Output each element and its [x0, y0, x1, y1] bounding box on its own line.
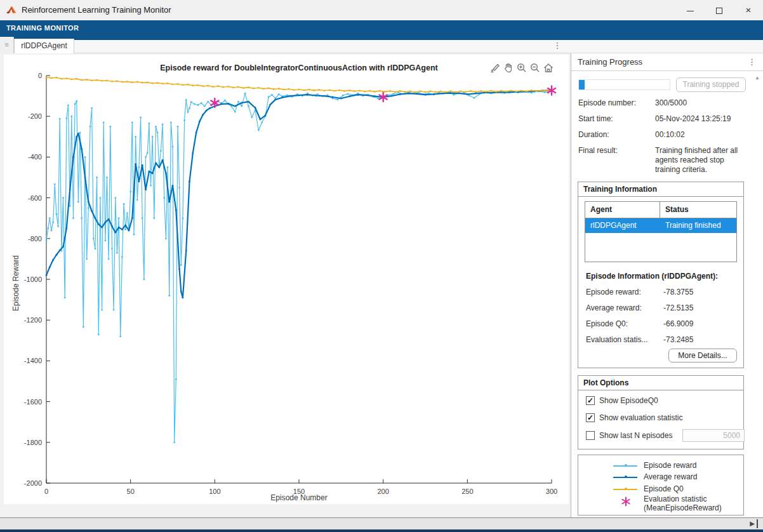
show-evaluation-statistic-label: Show evaluation statistic: [599, 413, 682, 422]
ribbon: TRAINING MONITOR: [0, 20, 763, 37]
plot-options-title: Plot Options: [578, 376, 743, 390]
start-time-value: 05-Nov-2024 13:25:19: [655, 114, 749, 124]
document-tabstrip: ≡ rlDDPGAgent ⋮: [0, 37, 763, 53]
tabstrip-accent: [0, 37, 763, 40]
show-episodeq0-label: Show EpisodeQ0: [599, 396, 658, 405]
legend-entry-episode-reward[interactable]: Episode reward: [578, 460, 743, 472]
svg-text:-2000: -2000: [24, 479, 42, 487]
duration-label: Duration:: [578, 130, 653, 139]
minimize-button[interactable]: [675, 0, 705, 20]
tabstrip-kebab-icon[interactable]: ⋮: [550, 39, 565, 53]
training-figure: 0501001502002503000-200-400-600-800-1000…: [4, 55, 569, 504]
zoom-out-icon[interactable]: [529, 62, 541, 74]
plot-title: Episode reward for DoubleIntegratorConti…: [46, 63, 552, 72]
progress-fill: [579, 80, 585, 90]
svg-text:-200: -200: [28, 112, 42, 120]
agent-status-table: Agent Status rlDDPGAgent Training finish…: [585, 201, 737, 262]
scroll-up-icon[interactable]: ▲: [753, 75, 762, 83]
x-axis-label: Episode Number: [46, 493, 552, 502]
training-information-group: Training Information Agent Status rlDDPG…: [578, 182, 744, 368]
close-button[interactable]: ×: [734, 0, 763, 20]
svg-text:-1600: -1600: [24, 398, 42, 406]
training-plot[interactable]: 0501001502002503000-200-400-600-800-1000…: [4, 55, 569, 503]
export-icon[interactable]: [489, 62, 501, 74]
window-title: Reinforcement Learning Training Monitor: [22, 5, 171, 15]
window-bottom-edge: [0, 529, 763, 532]
table-row[interactable]: rlDDPGAgent Training finished: [585, 218, 736, 233]
evaluation-statistic-label: Evaluation statis...: [586, 335, 661, 344]
episode-reward-dot-icon: [625, 464, 627, 467]
legend-entry-episode-q0[interactable]: Episode Q0: [578, 484, 743, 495]
final-result-label: Final result:: [578, 146, 653, 155]
episode-number-value: 300/5000: [655, 98, 749, 108]
legend-box: Episode reward Average reward Episode Q0: [578, 455, 744, 515]
agent-column-header[interactable]: Agent: [585, 202, 660, 218]
agent-cell: rlDDPGAgent: [585, 218, 660, 233]
show-last-n-episodes-checkbox[interactable]: [586, 431, 595, 440]
title-bar: Reinforcement Learning Training Monitor …: [0, 0, 763, 20]
status-bar: ▶: [0, 517, 763, 529]
legend-entry-average-reward[interactable]: Average reward: [578, 472, 743, 483]
evaluation-statistic-value: -73.2485: [663, 335, 693, 344]
main-content: 0501001502002503000-200-400-600-800-1000…: [0, 53, 763, 517]
episode-number-label: Episode number:: [578, 98, 653, 107]
episode-reward-value: -78.3755: [663, 288, 693, 296]
panel-title: Training Progress: [578, 57, 642, 67]
svg-text:-1200: -1200: [24, 316, 42, 324]
panel-scrollbar[interactable]: ▲ ▼: [752, 72, 762, 510]
evaluation-statistic-asterisk-icon: [620, 496, 632, 507]
pan-icon[interactable]: [502, 62, 514, 74]
matlab-logo-icon: [6, 5, 17, 15]
svg-text:-1800: -1800: [24, 439, 42, 446]
episode-q0-dot-icon: [625, 488, 627, 490]
more-details-button[interactable]: More Details...: [668, 349, 737, 362]
svg-text:0: 0: [38, 72, 42, 79]
maximize-button[interactable]: [705, 0, 734, 20]
duration-value: 00:10:02: [655, 130, 749, 140]
n-episodes-input[interactable]: [682, 429, 745, 442]
average-reward-value: -72.5135: [663, 303, 693, 312]
chart-panel: 0501001502002503000-200-400-600-800-1000…: [0, 53, 571, 517]
training-progress-bar: [578, 79, 670, 90]
panel-kebab-icon[interactable]: ⋮: [748, 55, 756, 69]
svg-text:-600: -600: [28, 194, 42, 202]
svg-text:-400: -400: [28, 153, 42, 161]
drag-handle-icon[interactable]: ≡: [0, 37, 14, 53]
panel-scroll-content: Training stopped Episode number: 300/500…: [571, 71, 750, 515]
home-icon[interactable]: [543, 62, 555, 74]
svg-text:-800: -800: [28, 235, 42, 243]
show-evaluation-statistic-checkbox[interactable]: ✓: [586, 413, 595, 422]
legend-entry-evaluation-statistic[interactable]: Evaluation statistic (MeanEpisodeReward): [578, 495, 743, 514]
status-cell: Training finished: [660, 218, 726, 233]
episode-q0-label: Episode Q0:: [586, 319, 661, 328]
episode-reward-label: Episode reward:: [586, 288, 661, 296]
svg-text:-1000: -1000: [24, 276, 42, 283]
training-progress-panel: Training Progress ⋮ Training stopped Epi…: [571, 53, 763, 517]
training-information-title: Training Information: [578, 182, 743, 197]
axes-toolbar: [489, 62, 555, 76]
average-reward-label: Average reward:: [586, 303, 661, 312]
zoom-in-icon[interactable]: [515, 62, 527, 74]
episode-q0-value: -66.9009: [663, 319, 693, 328]
training-stopped-button[interactable]: Training stopped: [676, 77, 746, 92]
show-last-n-episodes-label: Show last N episodes: [599, 431, 672, 440]
svg-text:-1400: -1400: [24, 357, 42, 364]
final-result-value: Training finished after all agents reach…: [655, 146, 749, 175]
start-time-label: Start time:: [578, 114, 653, 123]
app-window: Reinforcement Learning Training Monitor …: [0, 0, 763, 532]
table-header-row: Agent Status: [585, 202, 736, 218]
average-reward-dot-icon: [625, 475, 627, 478]
episode-information-title: Episode Information (rlDDPGAgent):: [586, 272, 718, 281]
status-column-header[interactable]: Status: [660, 202, 736, 218]
show-episodeq0-checkbox[interactable]: ✓: [586, 396, 595, 405]
ribbon-tab-training-monitor[interactable]: TRAINING MONITOR: [6, 24, 79, 32]
collapse-panel-icon[interactable]: ▶: [748, 519, 758, 528]
y-axis-label: Episode Reward: [11, 201, 22, 366]
plot-options-group: Plot Options ✓ Show EpisodeQ0 ✓ Show eva…: [578, 375, 744, 449]
tab-rlddpgagent[interactable]: rlDDPGAgent: [14, 39, 74, 53]
panel-header: Training Progress ⋮: [571, 53, 763, 71]
